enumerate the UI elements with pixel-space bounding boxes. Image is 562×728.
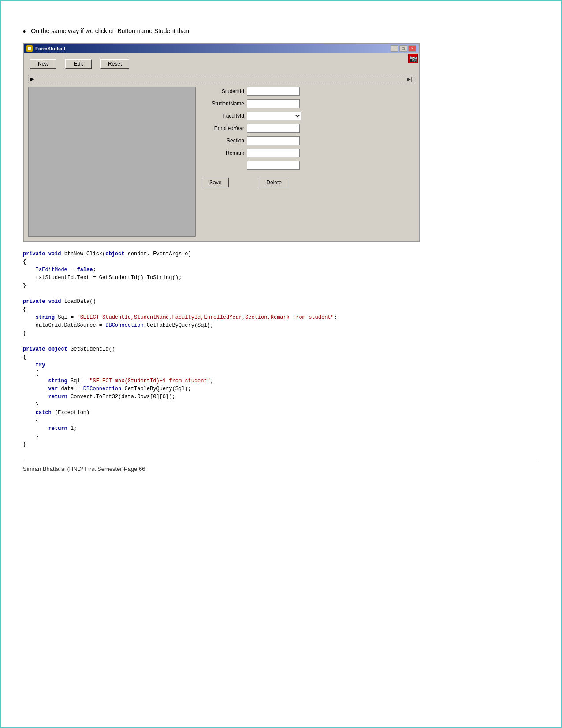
win-toolbar: New Edit Reset	[28, 57, 414, 71]
label-remark: Remark	[200, 150, 244, 156]
delete-button[interactable]: Delete	[259, 178, 289, 187]
input-studentid[interactable]	[247, 87, 300, 96]
camera-icon: 📷	[408, 54, 418, 63]
field-row-studentid: StudentId	[200, 87, 414, 96]
field-row-blank	[200, 161, 414, 170]
tab-arrow-right: ▶	[30, 76, 34, 82]
data-grid	[28, 87, 196, 237]
win-titlebar: ⊞ FormStudent ─ □ ✕	[24, 44, 419, 53]
win-controls: ─ □ ✕	[391, 45, 416, 52]
action-row: Save Delete	[200, 178, 414, 187]
field-row-section: Section	[200, 136, 414, 145]
win-form-student: ⊞ FormStudent ─ □ ✕ 📷 New Edit Reset	[23, 43, 420, 242]
save-button[interactable]: Save	[202, 178, 229, 187]
field-row-enrolledyear: EnrolledYear	[200, 124, 414, 133]
form-title: FormStudent	[35, 46, 65, 51]
titlebar-left: ⊞ FormStudent	[26, 45, 65, 52]
win-content-area: StudentId StudentName FacultyId	[28, 87, 414, 237]
blank-field	[247, 161, 300, 170]
bullet-text: On the same way if we click on Button na…	[31, 27, 191, 34]
edit-button[interactable]: Edit	[65, 59, 92, 69]
code-section-2: private void LoadData() { string Sql = "…	[23, 298, 539, 337]
new-button[interactable]: New	[30, 59, 56, 69]
label-section: Section	[200, 138, 244, 144]
bullet-section: • On the same way if we click on Button …	[23, 27, 539, 37]
input-enrolledyear[interactable]	[247, 124, 300, 133]
field-row-remark: Remark	[200, 149, 414, 157]
select-facultyid[interactable]	[247, 112, 301, 120]
label-studentid: StudentId	[200, 88, 244, 94]
minimize-button[interactable]: ─	[391, 45, 398, 52]
label-studentname: StudentName	[200, 101, 244, 107]
win-body: 📷 New Edit Reset ▶ ▶|	[24, 53, 419, 241]
win-tab-bar: ▶ ▶|	[28, 75, 414, 83]
footer-text: Simran Bhattarai (HND/ First Semester)Pa…	[23, 466, 145, 472]
close-button[interactable]: ✕	[408, 45, 416, 52]
field-row-studentname: StudentName	[200, 99, 414, 108]
form-fields: StudentId StudentName FacultyId	[200, 87, 414, 237]
code-section-3: private object GetStudentId() { try { st…	[23, 345, 539, 448]
label-enrolledyear: EnrolledYear	[200, 125, 244, 131]
form-icon: ⊞	[26, 45, 33, 52]
page-container: • On the same way if we click on Button …	[0, 0, 562, 728]
code-section-1: private void btnNew_Click(object sender,…	[23, 250, 539, 290]
tab-arrow-end: ▶|	[407, 77, 412, 82]
footer: Simran Bhattarai (HND/ First Semester)Pa…	[23, 462, 539, 472]
reset-button[interactable]: Reset	[100, 59, 129, 69]
field-row-facultyid: FacultyId	[200, 112, 414, 120]
input-studentname[interactable]	[247, 99, 300, 108]
bullet-dot: •	[23, 27, 26, 37]
label-facultyid: FacultyId	[200, 113, 244, 119]
input-section[interactable]	[247, 136, 300, 145]
input-remark[interactable]	[247, 149, 300, 157]
restore-button[interactable]: □	[399, 45, 407, 52]
